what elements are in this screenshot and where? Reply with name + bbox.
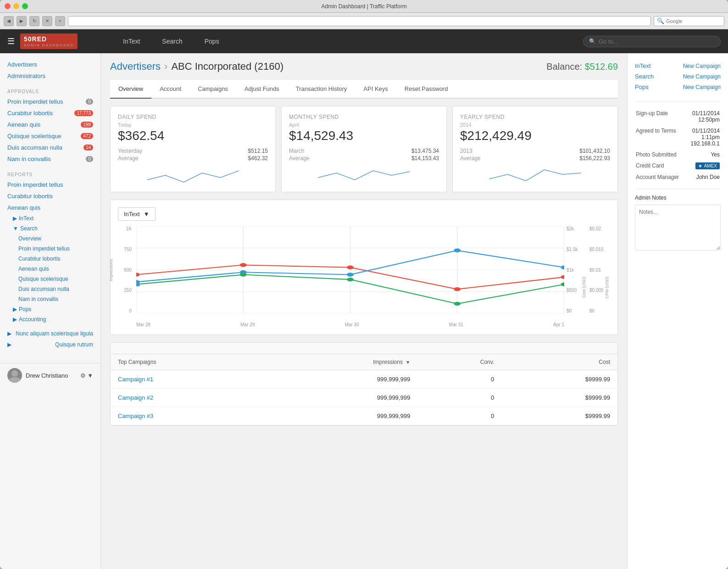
header-search-input[interactable] <box>599 38 715 45</box>
main-layout: Advertisers Administrators Approvals Pro… <box>0 53 728 569</box>
admin-notes-input[interactable] <box>635 205 721 251</box>
breadcrumb-current: ABC Incorporated (2160) <box>171 61 283 73</box>
tab-reset-password[interactable]: Reset Password <box>396 80 456 99</box>
col-impressions[interactable]: Impressions ▼ <box>266 354 417 370</box>
search-label[interactable]: Search <box>635 73 654 80</box>
sidebar-tree-nam[interactable]: Nam in convallis <box>0 294 100 304</box>
chevron-down-icon: ▼ <box>13 225 18 232</box>
svg-point-1 <box>9 377 21 383</box>
back-button[interactable]: ◀ <box>4 16 14 26</box>
balance-amount: $512.69 <box>585 61 618 72</box>
svg-point-21 <box>561 266 564 269</box>
browser-search-input[interactable] <box>666 18 721 24</box>
sidebar-tree-duis[interactable]: Duis accumsan nulla <box>0 284 100 294</box>
photo-row: Photo Submitted Yes <box>636 150 720 160</box>
chart-dropdown-btn[interactable]: InText ▼ <box>118 207 156 221</box>
svg-point-26 <box>561 282 564 286</box>
nav-item-pops[interactable]: Pops <box>194 29 230 53</box>
breadcrumb-parent[interactable]: Advertisers <box>110 61 161 73</box>
tab-account[interactable]: Account <box>151 80 189 99</box>
url-bar[interactable] <box>68 16 651 26</box>
sidebar-item-administrators[interactable]: Administrators <box>0 70 100 82</box>
sidebar-badge-2: 17,773 <box>74 110 93 116</box>
sidebar-tree-curabitur[interactable]: Curabitur lobortis <box>0 254 100 264</box>
svg-point-12 <box>136 273 139 276</box>
y-axis-impressions-label: Impressions <box>109 272 113 281</box>
tab-api-keys[interactable]: API Keys <box>355 80 396 99</box>
sidebar-approval-6[interactable]: Nam in convallis 0 <box>0 153 100 165</box>
tab-adjust-funds[interactable]: Adjust Funds <box>236 80 288 99</box>
svg-point-0 <box>11 370 18 377</box>
signup-date-val: 01/11/2014 12:50pm <box>692 110 720 123</box>
campaign-3-name[interactable]: Campaign #3 <box>111 407 266 425</box>
table-row: Campaign #2 999,999,999 0 $9999.99 <box>111 389 617 407</box>
sidebar-item-advertisers[interactable]: Advertisers <box>0 59 100 70</box>
col-cost[interactable]: Cost <box>501 354 617 370</box>
sidebar-approval-4[interactable]: Quisque scelerisque 472 <box>0 130 100 142</box>
y-axis-cpm-label: CPM (USD) <box>605 277 609 299</box>
search-icon: 🔍 <box>657 17 664 24</box>
sidebar-extra-2[interactable]: ▶ Quisque rutrum <box>0 339 100 350</box>
sidebar-approval-5[interactable]: Duis accumsan nulla 14 <box>0 142 100 153</box>
yearly-period: 2014 <box>460 122 610 128</box>
campaign-2-name[interactable]: Campaign #2 <box>111 389 266 407</box>
new-tab-button[interactable]: + <box>55 16 65 26</box>
right-panel-campaign-types: InText New Campaign Search New Campaign … <box>635 61 721 92</box>
sidebar-report-2[interactable]: Curabitur lobortis <box>0 190 100 202</box>
sidebar-tree-quisque[interactable]: Quisque scelerisque <box>0 274 100 284</box>
chart-svg-area <box>136 226 564 313</box>
tab-overview[interactable]: Overview <box>110 80 151 99</box>
sidebar-tree-pops[interactable]: ▶ Pops <box>0 304 100 314</box>
sidebar-tree-overview[interactable]: Overview <box>0 234 100 244</box>
sidebar-badge-4: 472 <box>81 133 93 139</box>
daily-period: Today <box>118 122 268 128</box>
col-conv[interactable]: Conv. <box>417 354 501 370</box>
tab-transaction-history[interactable]: Transaction History <box>288 80 356 99</box>
agreed-val: 01/11/2014 1:11pm <box>692 128 720 140</box>
amex-icon: ★ <box>698 163 702 168</box>
sidebar-report-1[interactable]: Proin imperdiet tellus <box>0 179 100 190</box>
daily-average-label: Average <box>118 155 138 162</box>
sidebar-tree-proin[interactable]: Proin imperdiet tellus <box>0 244 100 254</box>
nav-item-intext[interactable]: InText <box>112 29 151 53</box>
sidebar-tree-accounting[interactable]: ▶ Accounting <box>0 314 100 324</box>
intext-label[interactable]: InText <box>635 62 651 69</box>
sidebar-approval-3[interactable]: Aenean quis 198 <box>0 119 100 130</box>
photo-label: Photo Submitted <box>636 150 682 160</box>
sidebar-tree-intext[interactable]: ▶ InText <box>0 213 100 223</box>
sidebar-extra-1[interactable]: ▶ Nunc aliquam scelerisque ligula <box>0 328 100 339</box>
chevron-right-icon-3: ▶ <box>13 316 17 323</box>
app-wrapper: ☰ 50RED ADMIN DASHBOARD InText Search Po… <box>0 29 728 569</box>
stop-button[interactable]: ✕ <box>42 16 52 26</box>
browser-title-bar: Admin Dashboard | Traffic Platform <box>0 0 728 13</box>
close-traffic-light[interactable] <box>5 3 11 9</box>
sidebar-approval-1[interactable]: Proin imperdiet tellus 0 <box>0 96 100 107</box>
yearly-average-label: Average <box>460 155 480 162</box>
refresh-button[interactable]: ↻ <box>29 16 39 26</box>
campaign-1-conv: 0 <box>417 370 501 389</box>
sidebar-approval-2[interactable]: Curabitur lobortis 17,773 <box>0 107 100 119</box>
svg-point-16 <box>561 275 564 279</box>
logo-area: 50RED ADMIN DASHBOARD <box>20 33 112 49</box>
sidebar-tree-search[interactable]: ▼ Search <box>0 223 100 234</box>
hamburger-menu[interactable]: ☰ <box>7 36 15 46</box>
intext-new-campaign[interactable]: New Campaign <box>683 63 721 69</box>
agreed-ip: 192.168.0.1 <box>691 140 720 147</box>
col-campaign: Top Campaigns <box>111 354 266 370</box>
sidebar-report-3[interactable]: Aenean quis <box>0 202 100 213</box>
maximize-traffic-light[interactable] <box>22 3 28 9</box>
minimize-traffic-light[interactable] <box>13 3 19 9</box>
campaign-1-name[interactable]: Campaign #1 <box>111 370 266 389</box>
content: Advertisers › ABC Incorporated (2160) Ba… <box>101 53 627 569</box>
pops-label[interactable]: Pops <box>635 84 649 90</box>
browser-search[interactable]: 🔍 <box>654 16 724 26</box>
forward-button[interactable]: ▶ <box>17 16 27 26</box>
search-new-campaign[interactable]: New Campaign <box>683 73 721 80</box>
chart-section: InText ▼ 1K 750 500 250 0 <box>110 200 618 335</box>
header-search-box[interactable]: 🔍 <box>583 36 721 47</box>
settings-button[interactable]: ⚙ ▼ <box>80 372 93 379</box>
pops-new-campaign[interactable]: New Campaign <box>683 84 721 90</box>
sidebar-tree-aenean[interactable]: Aenean quis <box>0 264 100 274</box>
nav-item-search[interactable]: Search <box>151 29 193 53</box>
tab-campaigns[interactable]: Campaigns <box>189 80 236 99</box>
